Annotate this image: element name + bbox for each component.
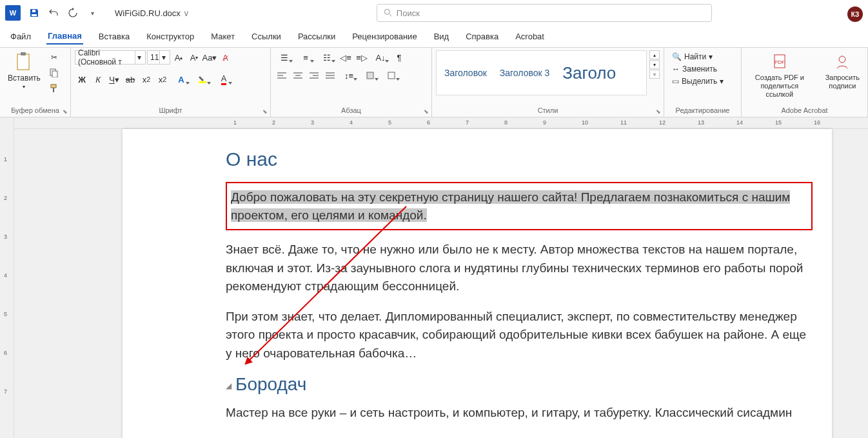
bold-icon[interactable]: Ж [75,72,89,86]
styles-group-label: Стили [436,105,660,115]
sort-icon[interactable]: A↓ [371,50,390,65]
font-color-icon[interactable]: A [214,72,233,86]
document-page[interactable]: О нас Добро пожаловать на эту секретную … [123,129,832,438]
user-avatar[interactable]: КЗ [847,6,863,22]
menu-review[interactable]: Рецензирование [351,29,418,44]
clipboard-group-label: Буфер обмена [4,105,66,115]
menu-layout[interactable]: Макет [210,29,236,44]
menu-bar: Файл Главная Вставка Конструктор Макет С… [0,26,868,48]
styles-launcher-icon[interactable]: ⬊ [655,108,662,115]
change-case-icon[interactable]: Aa▾ [202,50,217,65]
paragraph-2[interactable]: Знает всё. Даже то, что не нужно или был… [226,241,813,296]
heading-2[interactable]: ◢Бородач [226,374,813,395]
justify-icon[interactable] [323,68,337,83]
menu-home[interactable]: Главная [46,28,83,45]
menu-file[interactable]: Файл [9,29,32,44]
strikethrough-icon[interactable]: ab [123,72,137,86]
italic-icon[interactable]: К [91,72,105,86]
pdf-icon: PDF [769,52,790,72]
editing-group-label: Редактирование [668,105,737,115]
multilevel-icon[interactable]: ☷ [317,50,337,65]
paragraph-3[interactable]: При этом знает, что делает. Дипломирован… [226,308,813,363]
menu-help[interactable]: Справка [464,29,500,44]
select-button[interactable]: ▭Выделить ▾ [669,76,726,86]
horizontal-ruler[interactable]: 1 2 3 4 5 6 7 8 9 10 11 12 13 14 15 16 [14,117,868,129]
document-filename[interactable]: WiFiGiD.RU.docx ∨ [115,8,190,18]
borders-icon[interactable] [382,68,401,83]
styles-scroll-down-icon[interactable]: ▾ [649,60,660,69]
style-title[interactable]: Заголо [557,61,621,86]
heading-1[interactable]: О нас [226,148,813,170]
save-icon[interactable] [27,6,41,20]
copy-icon[interactable] [47,66,61,80]
style-heading[interactable]: Заголовок [439,65,492,81]
highlight-icon[interactable] [193,72,212,86]
superscript-icon[interactable]: x2 [155,72,170,86]
clipboard-launcher-icon[interactable]: ⬊ [61,108,69,115]
menu-insert[interactable]: Вставка [97,29,131,44]
collapse-marker-icon[interactable]: ◢ [226,381,232,390]
paste-button[interactable]: Вставить▾ [4,50,44,91]
acrobat-group-label: Adobe Acrobat [745,105,863,115]
bullets-icon[interactable]: ☰ [275,50,294,65]
redo-icon[interactable] [66,6,80,20]
format-painter-icon[interactable] [47,81,61,95]
qat-more-icon[interactable]: ▾ [85,6,99,20]
menu-acrobat[interactable]: Acrobat [514,29,546,44]
replace-button[interactable]: ↔Заменить [669,64,726,74]
styles-scroll-up-icon[interactable]: ▴ [649,50,660,59]
styles-expand-icon[interactable]: ▿ [649,70,660,79]
font-name-select[interactable]: Calibri (Основной т▾ [75,50,146,65]
clear-format-icon[interactable]: A̷ [218,50,232,65]
text-effects-icon[interactable]: A [172,72,191,86]
replace-icon: ↔ [672,65,680,74]
shading-icon[interactable] [360,68,380,83]
menu-view[interactable]: Вид [433,29,451,44]
request-signature-button[interactable]: Запросить подписи [822,50,863,92]
vertical-ruler[interactable]: 1 2 3 4 5 6 7 [0,117,14,438]
svg-rect-2 [17,54,29,70]
svg-rect-5 [52,71,57,77]
word-app-icon: W [5,5,21,21]
signature-icon [832,52,853,72]
svg-point-25 [839,56,845,63]
svg-rect-22 [388,72,395,79]
menu-references[interactable]: Ссылки [250,29,282,44]
search-input[interactable]: Поиск [377,4,712,22]
svg-rect-8 [199,81,206,83]
font-group-label: Шрифт [75,105,266,115]
svg-rect-3 [21,52,26,55]
cut-icon[interactable]: ✂ [47,50,61,65]
paragraph-4[interactable]: Мастер на все руки – и сеть настроить, и… [226,404,813,423]
find-icon: 🔍 [672,52,682,61]
find-button[interactable]: 🔍Найти ▾ [669,52,726,62]
grow-font-icon[interactable]: A▴ [172,50,186,65]
font-launcher-icon[interactable]: ⬊ [261,108,269,115]
line-spacing-icon[interactable]: ↕≡ [339,68,359,83]
numbering-icon[interactable]: ≡ [296,50,315,65]
svg-text:PDF: PDF [774,59,785,65]
align-left-icon[interactable] [275,68,289,83]
decrease-indent-icon[interactable]: ◁≡ [339,50,353,65]
undo-icon[interactable] [46,6,61,20]
style-heading3[interactable]: Заголовок 3 [495,65,555,81]
shrink-font-icon[interactable]: A▾ [187,50,201,65]
create-pdf-button[interactable]: PDF Создать PDF и поделиться ссылкой [745,50,814,101]
font-size-select[interactable]: 11▾ [147,50,170,65]
annotation-box: Добро пожаловать на эту секретную страни… [226,182,813,230]
svg-rect-7 [53,88,54,92]
align-center-icon[interactable] [291,68,305,83]
menu-mailings[interactable]: Рассылки [297,29,337,44]
align-right-icon[interactable] [307,68,321,83]
show-marks-icon[interactable]: ¶ [392,50,406,65]
svg-line-1 [390,14,392,17]
select-icon: ▭ [672,77,679,86]
increase-indent-icon[interactable]: ≡▷ [355,50,369,65]
subscript-icon[interactable]: x2 [139,72,153,86]
selected-paragraph[interactable]: Добро пожаловать на эту секретную страни… [231,190,790,222]
svg-rect-21 [367,72,373,79]
menu-design[interactable]: Конструктор [145,29,195,44]
underline-icon[interactable]: Ч▾ [107,72,121,86]
paragraph-launcher-icon[interactable]: ⬊ [422,108,430,115]
svg-rect-6 [51,85,56,88]
